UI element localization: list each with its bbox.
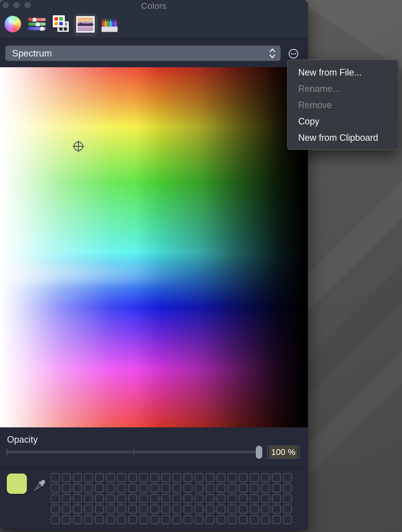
opacity-slider-thumb[interactable] (256, 446, 262, 459)
swatch-cell[interactable] (128, 494, 137, 503)
swatch-cell[interactable] (172, 515, 181, 524)
swatch-cell[interactable] (250, 484, 259, 493)
color-sliders-icon[interactable] (28, 18, 46, 31)
swatch-cell[interactable] (51, 473, 60, 482)
swatch-cell[interactable] (228, 473, 237, 482)
swatch-cell[interactable] (117, 484, 126, 493)
current-color-swatch[interactable] (7, 474, 27, 494)
swatch-cell[interactable] (194, 484, 204, 493)
spectrum-canvas[interactable] (0, 67, 308, 427)
swatch-cell[interactable] (128, 484, 137, 493)
swatch-cell[interactable] (217, 494, 226, 503)
swatch-cell[interactable] (73, 494, 82, 503)
swatch-cell[interactable] (139, 484, 148, 493)
swatch-cell[interactable] (150, 473, 159, 482)
swatch-cell[interactable] (239, 515, 248, 524)
swatch-cell[interactable] (95, 484, 104, 493)
swatch-cell[interactable] (139, 505, 148, 514)
color-wheel-icon[interactable] (5, 16, 21, 32)
swatch-cell[interactable] (172, 494, 181, 503)
swatch-cell[interactable] (161, 473, 170, 482)
color-palettes-icon[interactable] (53, 15, 69, 32)
swatch-cell[interactable] (217, 515, 226, 524)
swatch-cell[interactable] (150, 484, 159, 493)
swatch-cell[interactable] (117, 515, 126, 524)
swatch-cell[interactable] (73, 515, 82, 524)
swatch-cell[interactable] (283, 505, 292, 514)
swatch-cell[interactable] (172, 505, 181, 514)
swatch-cell[interactable] (62, 473, 71, 482)
swatch-cell[interactable] (183, 515, 192, 524)
palette-actions-button[interactable] (289, 49, 298, 58)
swatch-cell[interactable] (194, 494, 204, 503)
swatch-cell[interactable] (239, 484, 248, 493)
swatch-cell[interactable] (261, 484, 270, 493)
swatch-cell[interactable] (73, 484, 82, 493)
swatch-cell[interactable] (95, 494, 104, 503)
swatch-cell[interactable] (84, 484, 93, 493)
swatch-cell[interactable] (194, 515, 204, 524)
swatch-cell[interactable] (250, 494, 259, 503)
swatch-cell[interactable] (106, 473, 115, 482)
swatch-cell[interactable] (272, 473, 281, 482)
swatch-cell[interactable] (128, 515, 137, 524)
swatch-cell[interactable] (206, 515, 215, 524)
swatch-cell[interactable] (84, 494, 93, 503)
swatch-cell[interactable] (106, 515, 115, 524)
swatch-cell[interactable] (239, 473, 248, 482)
swatch-cell[interactable] (228, 505, 237, 514)
swatch-cell[interactable] (150, 494, 159, 503)
swatch-cell[interactable] (172, 484, 181, 493)
swatch-cell[interactable] (194, 473, 204, 482)
swatch-cell[interactable] (95, 505, 104, 514)
swatch-cell[interactable] (117, 494, 126, 503)
menu-item-copy[interactable]: Copy (288, 113, 398, 129)
swatch-cell[interactable] (272, 515, 281, 524)
swatch-cell[interactable] (106, 505, 115, 514)
swatch-cell[interactable] (62, 505, 71, 514)
swatch-cell[interactable] (51, 494, 60, 503)
swatch-cell[interactable] (106, 484, 115, 493)
swatch-cell[interactable] (194, 505, 204, 514)
swatch-cell[interactable] (51, 505, 60, 514)
swatch-cell[interactable] (161, 494, 170, 503)
swatch-cell[interactable] (283, 515, 292, 524)
swatch-cell[interactable] (51, 484, 60, 493)
swatch-cell[interactable] (272, 494, 281, 503)
swatch-cell[interactable] (161, 484, 170, 493)
swatch-cell[interactable] (283, 484, 292, 493)
swatch-cell[interactable] (206, 494, 215, 503)
swatch-cell[interactable] (206, 505, 215, 514)
swatch-cell[interactable] (206, 473, 215, 482)
swatch-cell[interactable] (228, 515, 237, 524)
palette-dropdown[interactable]: Spectrum (5, 46, 281, 61)
swatch-cell[interactable] (95, 515, 104, 524)
swatch-cell[interactable] (150, 505, 159, 514)
swatch-cell[interactable] (261, 494, 270, 503)
swatch-cell[interactable] (283, 473, 292, 482)
swatch-cell[interactable] (183, 505, 192, 514)
swatch-cell[interactable] (239, 494, 248, 503)
swatch-cell[interactable] (84, 515, 93, 524)
swatch-cell[interactable] (128, 505, 137, 514)
swatch-cell[interactable] (62, 515, 71, 524)
swatch-cell[interactable] (272, 484, 281, 493)
swatch-cell[interactable] (217, 505, 226, 514)
swatch-cell[interactable] (228, 494, 237, 503)
pencils-icon[interactable] (102, 17, 118, 32)
swatch-cell[interactable] (172, 473, 181, 482)
swatch-cell[interactable] (183, 473, 192, 482)
swatch-cell[interactable] (139, 473, 148, 482)
swatch-cell[interactable] (250, 473, 259, 482)
swatch-cell[interactable] (139, 515, 148, 524)
swatch-cell[interactable] (261, 505, 270, 514)
swatch-cell[interactable] (283, 494, 292, 503)
swatch-cell[interactable] (183, 494, 192, 503)
swatch-cell[interactable] (261, 515, 270, 524)
swatch-cell[interactable] (62, 484, 71, 493)
swatch-cell[interactable] (73, 505, 82, 514)
swatch-cell[interactable] (51, 515, 60, 524)
swatch-cell[interactable] (183, 484, 192, 493)
swatch-cell[interactable] (261, 473, 270, 482)
swatch-cell[interactable] (239, 505, 248, 514)
